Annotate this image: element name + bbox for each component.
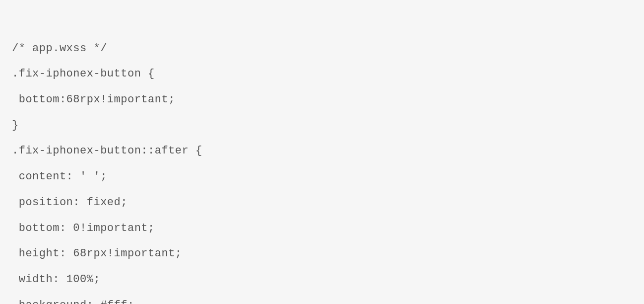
code-line: content: ' '; [12, 170, 107, 183]
code-line: position: fixed; [12, 196, 128, 209]
code-block: /* app.wxss */ .fix-iphonex-button { bot… [12, 10, 632, 304]
code-line: bottom: 0!important; [12, 222, 155, 234]
code-line: background: #fff; [12, 299, 134, 304]
code-line: bottom:68rpx!important; [12, 93, 175, 106]
code-line: height: 68rpx!important; [12, 247, 182, 260]
code-line: .fix-iphonex-button { [12, 68, 155, 80]
code-line: .fix-iphonex-button::after { [12, 145, 202, 157]
code-line: width: 100%; [12, 273, 100, 286]
code-line: } [12, 119, 19, 132]
code-line: /* app.wxss */ [12, 42, 107, 55]
